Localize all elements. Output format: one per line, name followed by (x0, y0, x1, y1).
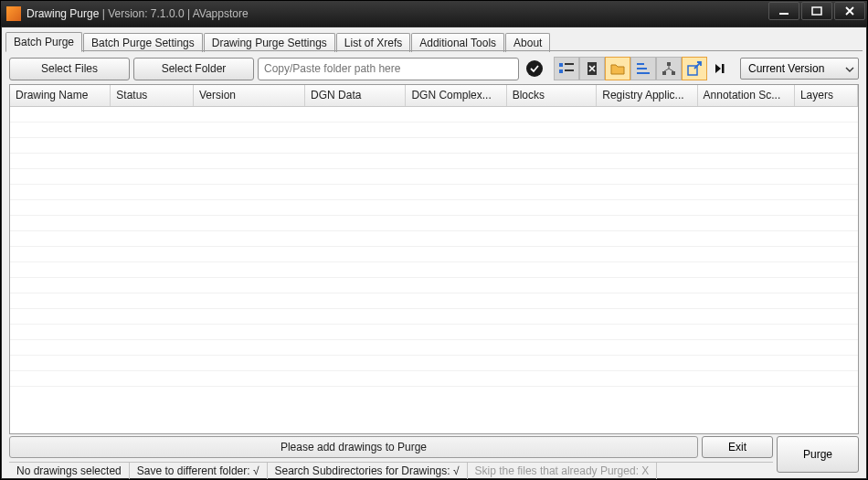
status-search-subdirs: Search Subdirectories for Drawings: √ (268, 463, 468, 479)
svg-rect-8 (637, 68, 647, 69)
svg-rect-4 (559, 69, 563, 73)
svg-rect-5 (565, 69, 574, 71)
tab-page-batch-purge: Select Files Select Folder (5, 51, 863, 476)
message-bar: Please add drawings to Purge (9, 436, 698, 458)
tab-batch-purge[interactable]: Batch Purge (5, 32, 82, 52)
svg-rect-0 (779, 13, 789, 15)
client-area: Batch Purge Batch Purge Settings Drawing… (1, 27, 867, 479)
col-drawing-name[interactable]: Drawing Name (10, 85, 111, 106)
confirm-path-button[interactable] (526, 60, 543, 77)
chevron-down-icon (845, 62, 854, 75)
folder-path-input[interactable] (258, 58, 519, 80)
select-folder-button[interactable]: Select Folder (133, 58, 254, 80)
close-icon (844, 6, 855, 16)
col-status[interactable]: Status (111, 85, 194, 106)
window-title: Drawing Purge | Version: 7.1.0.0 | AVapp… (26, 7, 249, 20)
select-all-button[interactable] (554, 57, 579, 80)
list-check-icon (559, 61, 574, 76)
maximize-icon (811, 6, 822, 16)
message-text: Please add drawings to Purge (281, 441, 427, 453)
maximize-button[interactable] (801, 2, 832, 20)
minimize-button[interactable] (768, 2, 799, 20)
svg-rect-7 (637, 63, 644, 65)
skip-end-button[interactable] (707, 57, 733, 80)
status-save-diff-folder: Save to different folder: √ (130, 463, 268, 479)
app-window: Drawing Purge | Version: 7.1.0.0 | AVapp… (0, 0, 868, 480)
svg-rect-1 (812, 7, 821, 15)
version-dropdown-label: Current Version (748, 62, 824, 75)
col-layers[interactable]: Layers (795, 85, 858, 106)
svg-rect-10 (667, 62, 671, 66)
version-dropdown[interactable]: Current Version (740, 58, 859, 80)
svg-rect-3 (565, 63, 574, 65)
app-icon (6, 6, 21, 21)
svg-rect-2 (559, 63, 563, 67)
tab-drawing-purge-settings[interactable]: Drawing Purge Settings (204, 33, 335, 52)
checkmark-icon (530, 64, 539, 73)
col-annotation-scales[interactable]: Annotation Sc... (698, 85, 795, 106)
grid-header[interactable]: Drawing Name Status Version DGN Data DGN… (10, 85, 858, 107)
title-version: | Version: 7.1.0.0 | AVappstore (99, 7, 248, 20)
tab-additional-tools[interactable]: Additional Tools (411, 33, 504, 52)
bottom-row: Please add drawings to Purge Exit No dra… (9, 436, 859, 473)
purge-button[interactable]: Purge (777, 436, 859, 473)
svg-rect-11 (662, 71, 666, 75)
folder-open-icon (610, 62, 625, 75)
icon-toolbar (554, 57, 733, 80)
select-files-button[interactable]: Select Files (9, 58, 130, 80)
svg-rect-14 (722, 64, 725, 73)
delete-selected-button[interactable] (579, 57, 605, 80)
close-button[interactable] (834, 2, 865, 20)
titlebar[interactable]: Drawing Purge | Version: 7.1.0.0 | AVapp… (1, 1, 867, 27)
tab-list-of-xrefs[interactable]: List of Xrefs (336, 33, 410, 52)
hierarchy-icon (662, 61, 676, 76)
svg-rect-9 (637, 72, 650, 74)
title-app: Drawing Purge (26, 7, 99, 20)
window-controls (768, 1, 867, 27)
drawings-grid[interactable]: Drawing Name Status Version DGN Data DGN… (9, 84, 859, 434)
clipboard-x-icon (585, 61, 599, 76)
sort-button[interactable] (630, 57, 656, 80)
tab-about[interactable]: About (505, 33, 550, 52)
status-selected: No drawings selected (9, 463, 130, 479)
col-dgn-data[interactable]: DGN Data (305, 85, 406, 106)
skip-end-icon (714, 62, 726, 75)
tab-batch-purge-settings[interactable]: Batch Purge Settings (83, 33, 203, 52)
svg-rect-12 (672, 71, 675, 75)
tab-strip: Batch Purge Batch Purge Settings Drawing… (5, 31, 863, 51)
status-skip-purged: Skip the files that already Purged: X (468, 463, 658, 479)
export-button[interactable] (682, 57, 707, 80)
toolbar: Select Files Select Folder (9, 57, 859, 80)
minimize-icon (778, 6, 789, 16)
grid-body (10, 107, 858, 433)
export-arrow-icon (687, 61, 702, 76)
open-folder-button[interactable] (605, 57, 630, 80)
tab-underline (5, 50, 863, 51)
col-dgn-complex[interactable]: DGN Complex... (406, 85, 506, 106)
col-blocks[interactable]: Blocks (507, 85, 598, 106)
sort-icon (636, 61, 651, 76)
tree-button[interactable] (656, 57, 682, 80)
exit-button[interactable]: Exit (702, 436, 773, 458)
col-registry-apps[interactable]: Registry Applic... (597, 85, 697, 106)
status-bar: No drawings selected Save to different f… (9, 462, 773, 479)
col-version[interactable]: Version (194, 85, 305, 106)
